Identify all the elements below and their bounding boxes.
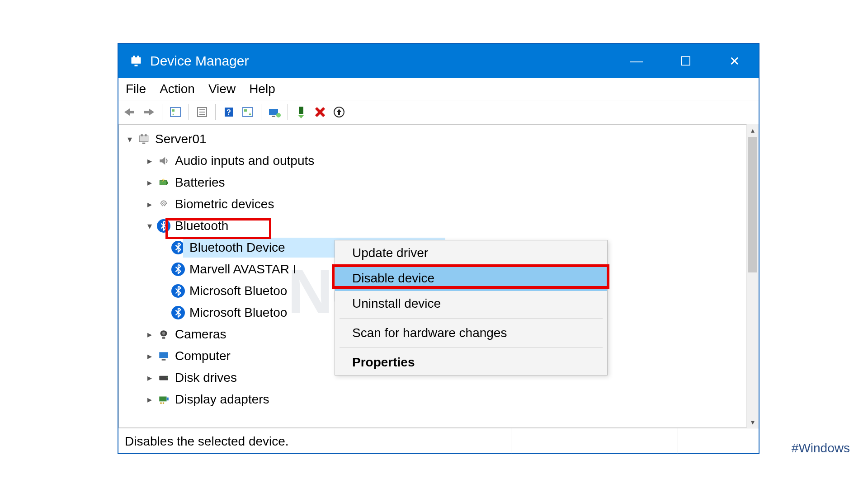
tree-item-label: Bluetooth — [175, 219, 228, 233]
toolbar-separator — [215, 104, 216, 120]
status-cell — [678, 428, 759, 455]
vertical-scrollbar[interactable]: ▴ ▾ — [746, 124, 759, 428]
svg-rect-9 — [172, 109, 175, 112]
svg-point-22 — [276, 113, 281, 117]
toolbar-separator — [288, 104, 288, 120]
tree-item[interactable]: ▸ Biometric devices — [124, 193, 753, 215]
scan-hardware-button[interactable] — [240, 104, 255, 120]
tree-item[interactable]: ▸ Display adapters — [124, 389, 753, 410]
svg-point-37 — [162, 332, 165, 335]
svg-rect-18 — [244, 109, 247, 112]
hashtag-label: #Windows — [792, 441, 850, 455]
svg-marker-10 — [172, 113, 174, 115]
tree-item-label: Computer — [175, 349, 231, 363]
statusbar: Disables the selected device. — [118, 428, 759, 455]
svg-rect-2 — [137, 56, 139, 58]
svg-rect-3 — [135, 65, 138, 66]
chevron-right-icon[interactable]: ▸ — [144, 329, 155, 340]
tree-item[interactable]: ▸ Batteries — [124, 172, 753, 193]
menu-help[interactable]: Help — [249, 82, 275, 96]
toolbar-separator — [189, 104, 189, 120]
svg-rect-1 — [133, 56, 135, 58]
tree-item-bluetooth[interactable]: ▾ Bluetooth — [124, 215, 753, 237]
computer-icon — [137, 132, 151, 146]
uninstall-button[interactable] — [331, 104, 347, 120]
tree-item[interactable]: ▸ Audio inputs and outputs — [124, 150, 753, 172]
minimize-button[interactable]: — — [612, 44, 661, 78]
svg-rect-0 — [132, 57, 141, 64]
chevron-right-icon[interactable]: ▸ — [144, 372, 155, 383]
titlebar[interactable]: Device Manager — ☐ ✕ — [118, 44, 759, 78]
display-adapter-icon — [157, 393, 170, 406]
svg-rect-44 — [167, 398, 169, 401]
svg-rect-32 — [142, 143, 146, 144]
tree-item-label: Audio inputs and outputs — [175, 154, 314, 168]
menubar: File Action View Help — [118, 78, 759, 100]
svg-rect-46 — [163, 403, 164, 404]
camera-icon — [157, 328, 170, 341]
tree-device-label: Microsoft Bluetoo — [189, 305, 287, 320]
tree-root[interactable]: ▾ Server01 — [124, 128, 753, 150]
svg-rect-38 — [162, 337, 165, 338]
svg-rect-29 — [139, 136, 148, 141]
bluetooth-icon — [171, 306, 185, 319]
chevron-down-icon[interactable]: ▾ — [124, 134, 135, 145]
context-uninstall-device[interactable]: Uninstall device — [335, 291, 607, 316]
update-driver-button[interactable] — [267, 104, 282, 120]
svg-point-42 — [167, 377, 168, 378]
chevron-down-icon[interactable]: ▾ — [144, 221, 155, 231]
close-button[interactable]: ✕ — [710, 44, 759, 78]
svg-rect-5 — [129, 111, 134, 113]
properties-button[interactable] — [194, 104, 210, 120]
svg-rect-34 — [160, 181, 166, 185]
forward-button[interactable] — [141, 104, 156, 120]
help-button[interactable]: ? — [221, 104, 236, 120]
chevron-right-icon[interactable]: ▸ — [144, 177, 155, 188]
status-cell — [511, 428, 678, 455]
status-text: Disables the selected device. — [118, 428, 511, 455]
context-properties[interactable]: Properties — [335, 350, 607, 375]
menu-action[interactable]: Action — [160, 82, 195, 96]
tree-item-label: Biometric devices — [175, 197, 274, 211]
monitor-icon — [157, 349, 170, 363]
menu-view[interactable]: View — [208, 82, 236, 96]
menu-file[interactable]: File — [126, 82, 146, 96]
svg-rect-7 — [144, 111, 150, 113]
fingerprint-icon — [157, 197, 170, 211]
chevron-right-icon[interactable]: ▸ — [144, 155, 155, 166]
enable-button[interactable] — [293, 104, 309, 120]
tree-item-label: Disk drives — [175, 371, 237, 385]
speaker-icon — [157, 154, 170, 168]
svg-marker-33 — [160, 157, 165, 164]
svg-rect-45 — [160, 403, 161, 404]
scroll-up-button[interactable]: ▴ — [747, 124, 759, 136]
svg-marker-24 — [298, 115, 304, 118]
show-hidden-button[interactable] — [168, 104, 183, 120]
svg-rect-40 — [162, 359, 166, 361]
maximize-button[interactable]: ☐ — [661, 44, 710, 78]
window-title: Device Manager — [150, 53, 249, 69]
device-manager-window: Device Manager — ☐ ✕ File Action View He… — [118, 43, 760, 454]
context-disable-device[interactable]: Disable device — [335, 266, 607, 291]
context-scan-hardware[interactable]: Scan for hardware changes — [335, 320, 607, 346]
scrollbar-thumb[interactable] — [748, 137, 757, 272]
bluetooth-icon — [171, 263, 185, 276]
back-button[interactable] — [122, 104, 137, 120]
disable-button[interactable] — [312, 104, 328, 120]
svg-rect-21 — [272, 116, 275, 117]
svg-rect-39 — [159, 352, 168, 358]
chevron-right-icon[interactable]: ▸ — [144, 199, 155, 210]
context-update-driver[interactable]: Update driver — [335, 240, 607, 266]
toolbar-separator — [261, 104, 261, 120]
svg-rect-8 — [170, 108, 180, 117]
scroll-down-button[interactable]: ▾ — [747, 416, 759, 428]
tree-item-label: Display adapters — [175, 392, 269, 407]
app-icon — [128, 53, 144, 69]
bluetooth-icon — [157, 219, 170, 233]
svg-rect-35 — [167, 182, 168, 184]
toolbar: ? — [118, 100, 759, 124]
svg-rect-43 — [159, 397, 166, 402]
chevron-right-icon[interactable]: ▸ — [144, 394, 155, 405]
svg-text:?: ? — [226, 108, 231, 116]
chevron-right-icon[interactable]: ▸ — [144, 351, 155, 361]
